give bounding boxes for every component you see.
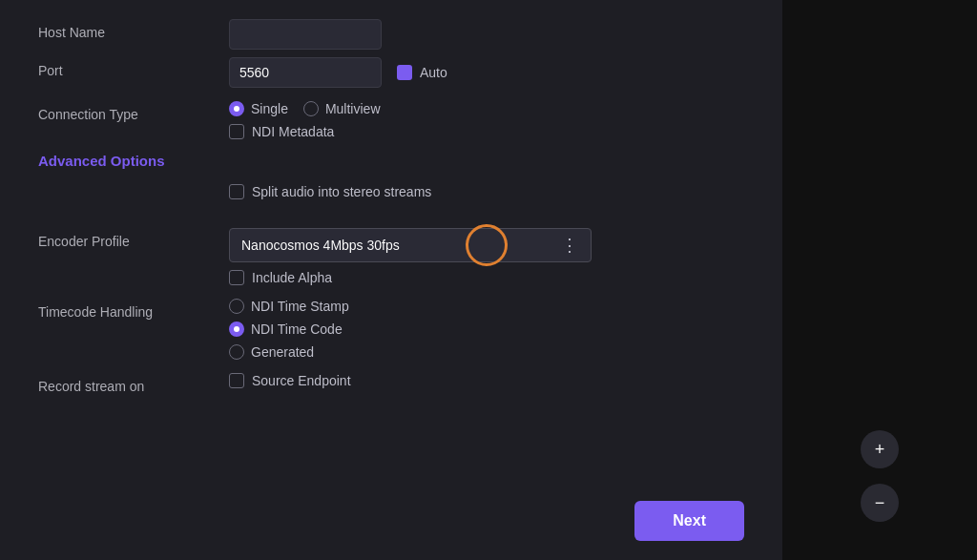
host-name-row: Host Name xyxy=(38,19,744,50)
multiview-radio-label[interactable]: Multiview xyxy=(303,101,381,116)
encoder-profile-dropdown[interactable]: Nanocosmos 4Mbps 30fps ⋮ xyxy=(229,228,592,262)
host-name-input[interactable] xyxy=(229,19,382,50)
split-audio-checkbox xyxy=(229,184,244,199)
connection-type-label: Connection Type xyxy=(38,101,229,122)
auto-checkbox-label[interactable]: Auto xyxy=(397,65,447,80)
dialog-footer: Next xyxy=(0,486,782,560)
right-panel: + − xyxy=(782,0,977,560)
ndi-timestamp-radio xyxy=(229,299,244,314)
port-controls: 5560 Auto xyxy=(229,57,744,88)
ndi-timecode-radio xyxy=(229,321,244,337)
generated-label-text: Generated xyxy=(251,344,314,360)
zoom-out-icon: − xyxy=(875,493,885,513)
record-stream-row: Record stream on Source Endpoint xyxy=(38,373,744,404)
port-row: Port 5560 Auto xyxy=(38,57,744,88)
port-row-inner: 5560 Auto xyxy=(229,57,744,88)
single-label-text: Single xyxy=(251,101,288,116)
ndi-metadata-label-text: NDI Metadata xyxy=(252,124,334,139)
split-audio-label-empty xyxy=(38,184,229,190)
encoder-profile-row: Encoder Profile Nanocosmos 4Mbps 30fps ⋮… xyxy=(38,228,744,285)
ndi-metadata-row: NDI Metadata xyxy=(229,124,744,139)
port-label: Port xyxy=(38,57,229,78)
include-alpha-checkbox xyxy=(229,270,244,285)
port-input[interactable]: 5560 xyxy=(229,57,382,88)
connection-type-radios: Single Multiview xyxy=(229,101,744,116)
dialog-content: Host Name Port 5560 Auto Connection Type xyxy=(0,0,782,486)
ndi-timecode-radio-label[interactable]: NDI Time Code xyxy=(229,321,744,337)
advanced-options-heading[interactable]: Advanced Options xyxy=(38,153,744,169)
source-endpoint-label[interactable]: Source Endpoint xyxy=(229,373,744,388)
zoom-in-button[interactable]: + xyxy=(861,430,899,468)
split-audio-row: Split audio into stereo streams xyxy=(38,184,744,215)
multiview-label-text: Multiview xyxy=(325,101,381,116)
record-stream-controls: Source Endpoint xyxy=(229,373,744,388)
encoder-dropdown-wrapper: Nanocosmos 4Mbps 30fps ⋮ xyxy=(229,228,744,262)
ndi-timestamp-radio-label[interactable]: NDI Time Stamp xyxy=(229,299,744,314)
auto-label-text: Auto xyxy=(420,65,447,80)
ndi-timecode-label-text: NDI Time Code xyxy=(251,321,343,337)
encoder-profile-controls: Nanocosmos 4Mbps 30fps ⋮ Include Alpha xyxy=(229,228,744,285)
ndi-timestamp-label-text: NDI Time Stamp xyxy=(251,299,349,314)
more-options-icon[interactable]: ⋮ xyxy=(561,235,579,256)
encoder-profile-label: Encoder Profile xyxy=(38,228,229,249)
multiview-radio xyxy=(303,101,319,116)
connection-type-row: Connection Type Single Multiview NDI xyxy=(38,101,744,139)
generated-radio xyxy=(229,344,244,360)
single-radio xyxy=(229,101,244,116)
ndi-metadata-label[interactable]: NDI Metadata xyxy=(229,124,334,139)
timecode-handling-row: Timecode Handling NDI Time Stamp NDI Tim… xyxy=(38,299,744,360)
single-radio-label[interactable]: Single xyxy=(229,101,288,116)
dialog-panel: Host Name Port 5560 Auto Connection Type xyxy=(0,0,782,560)
source-endpoint-checkbox xyxy=(229,373,244,388)
next-button[interactable]: Next xyxy=(634,501,744,541)
host-name-controls xyxy=(229,19,744,50)
ndi-metadata-checkbox xyxy=(229,124,244,139)
connection-type-controls: Single Multiview NDI Metadata xyxy=(229,101,744,139)
split-audio-label-text: Split audio into stereo streams xyxy=(252,184,431,199)
generated-radio-label[interactable]: Generated xyxy=(229,344,744,360)
split-audio-checkbox-label[interactable]: Split audio into stereo streams xyxy=(229,184,744,199)
include-alpha-label-text: Include Alpha xyxy=(252,270,332,285)
include-alpha-label[interactable]: Include Alpha xyxy=(229,270,744,285)
timecode-handling-controls: NDI Time Stamp NDI Time Code Generated xyxy=(229,299,744,360)
host-name-label: Host Name xyxy=(38,19,229,40)
record-stream-label: Record stream on xyxy=(38,373,229,394)
encoder-profile-value: Nanocosmos 4Mbps 30fps xyxy=(241,238,400,253)
zoom-out-button[interactable]: − xyxy=(861,484,899,522)
timecode-handling-label: Timecode Handling xyxy=(38,299,229,320)
zoom-in-icon: + xyxy=(875,440,885,460)
split-audio-controls: Split audio into stereo streams xyxy=(229,184,744,199)
auto-checkbox xyxy=(397,65,412,80)
source-endpoint-label-text: Source Endpoint xyxy=(252,373,351,388)
